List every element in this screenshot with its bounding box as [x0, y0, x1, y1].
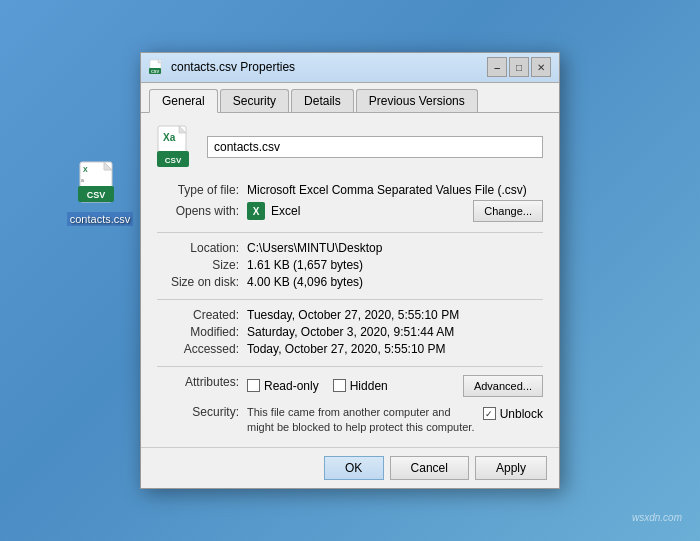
readonly-checkbox-label[interactable]: Read-only: [247, 379, 319, 393]
hidden-label: Hidden: [350, 379, 388, 393]
attributes-label: Attributes:: [157, 375, 247, 389]
svg-text:X: X: [253, 206, 260, 217]
advanced-button[interactable]: Advanced...: [463, 375, 543, 397]
divider-1: [157, 232, 543, 233]
desktop-icon-label: contacts.csv: [67, 212, 134, 226]
modified-row: Modified: Saturday, October 3, 2020, 9:5…: [157, 325, 543, 339]
minimize-button[interactable]: ‒: [487, 57, 507, 77]
dates-section: Created: Tuesday, October 27, 2020, 5:55…: [157, 308, 543, 356]
readonly-label: Read-only: [264, 379, 319, 393]
title-bar-icon: CSV: [149, 59, 165, 75]
title-bar-buttons: ‒ □ ✕: [487, 57, 551, 77]
filename-input[interactable]: [207, 136, 543, 158]
modified-label: Modified:: [157, 325, 247, 339]
dialog-buttons: OK Cancel Apply: [141, 447, 559, 488]
svg-text:a: a: [81, 177, 84, 183]
hidden-checkbox-label[interactable]: Hidden: [333, 379, 388, 393]
opens-with-app: Excel: [271, 204, 300, 218]
divider-3: [157, 366, 543, 367]
accessed-label: Accessed:: [157, 342, 247, 356]
filename-row: CSV Xa: [157, 125, 543, 169]
size-value: 1.61 KB (1,657 bytes): [247, 258, 543, 272]
title-bar: CSV contacts.csv Properties ‒ □ ✕: [141, 53, 559, 83]
tab-security[interactable]: Security: [220, 89, 289, 112]
file-icon-large: CSV Xa: [157, 125, 197, 169]
readonly-checkbox[interactable]: [247, 379, 260, 392]
security-label: Security:: [157, 405, 247, 419]
svg-text:CSV: CSV: [87, 190, 106, 200]
ok-button[interactable]: OK: [324, 456, 384, 480]
attributes-controls: Read-only Hidden Advanced...: [247, 375, 543, 397]
divider-2: [157, 299, 543, 300]
dialog-content: CSV Xa Type of file: Microsoft Excel Com…: [141, 113, 559, 448]
type-row: Type of file: Microsoft Excel Comma Sepa…: [157, 183, 543, 197]
unblock-checkbox-label[interactable]: Unblock: [483, 407, 543, 421]
excel-icon: X: [247, 202, 265, 220]
location-section: Location: C:\Users\MINTU\Desktop Size: 1…: [157, 241, 543, 289]
unblock-checkbox[interactable]: [483, 407, 496, 420]
type-label: Type of file:: [157, 183, 247, 197]
maximize-button[interactable]: □: [509, 57, 529, 77]
unblock-label: Unblock: [500, 407, 543, 421]
svg-text:Xa: Xa: [163, 132, 176, 143]
created-label: Created:: [157, 308, 247, 322]
size-on-disk-row: Size on disk: 4.00 KB (4,096 bytes): [157, 275, 543, 289]
size-on-disk-label: Size on disk:: [157, 275, 247, 289]
location-label: Location:: [157, 241, 247, 255]
watermark: wsxdn.com: [632, 512, 682, 523]
size-on-disk-value: 4.00 KB (4,096 bytes): [247, 275, 543, 289]
tab-general[interactable]: General: [149, 89, 218, 113]
opens-with-row: Opens with: X Excel Change...: [157, 200, 543, 222]
type-section: Type of file: Microsoft Excel Comma Sepa…: [157, 183, 543, 222]
tab-previous-versions[interactable]: Previous Versions: [356, 89, 478, 112]
svg-text:CSV: CSV: [165, 156, 182, 165]
accessed-row: Accessed: Today, October 27, 2020, 5:55:…: [157, 342, 543, 356]
tab-details[interactable]: Details: [291, 89, 354, 112]
opens-with-label: Opens with:: [157, 204, 247, 218]
change-button[interactable]: Change...: [473, 200, 543, 222]
apply-button[interactable]: Apply: [475, 456, 547, 480]
svg-text:X: X: [83, 166, 88, 173]
created-value: Tuesday, October 27, 2020, 5:55:10 PM: [247, 308, 543, 322]
security-text: This file came from another computer and…: [247, 405, 475, 436]
created-row: Created: Tuesday, October 27, 2020, 5:55…: [157, 308, 543, 322]
svg-text:CSV: CSV: [151, 69, 160, 74]
tab-bar: General Security Details Previous Versio…: [141, 83, 559, 113]
properties-dialog: CSV contacts.csv Properties ‒ □ ✕ Genera…: [140, 52, 560, 490]
type-value: Microsoft Excel Comma Separated Values F…: [247, 183, 543, 197]
location-row: Location: C:\Users\MINTU\Desktop: [157, 241, 543, 255]
hidden-checkbox[interactable]: [333, 379, 346, 392]
desktop-file-icon[interactable]: CSV X a contacts.csv: [60, 160, 140, 226]
security-check-area: Unblock: [483, 405, 543, 421]
size-label: Size:: [157, 258, 247, 272]
security-row: Security: This file came from another co…: [157, 405, 543, 436]
cancel-button[interactable]: Cancel: [390, 456, 469, 480]
size-row: Size: 1.61 KB (1,657 bytes): [157, 258, 543, 272]
accessed-value: Today, October 27, 2020, 5:55:10 PM: [247, 342, 543, 356]
location-value: C:\Users\MINTU\Desktop: [247, 241, 543, 255]
attributes-row: Attributes: Read-only Hidden Advanced...: [157, 375, 543, 397]
dialog-title: contacts.csv Properties: [171, 60, 487, 74]
modified-value: Saturday, October 3, 2020, 9:51:44 AM: [247, 325, 543, 339]
close-button[interactable]: ✕: [531, 57, 551, 77]
desktop-csv-icon: CSV X a: [76, 160, 124, 208]
